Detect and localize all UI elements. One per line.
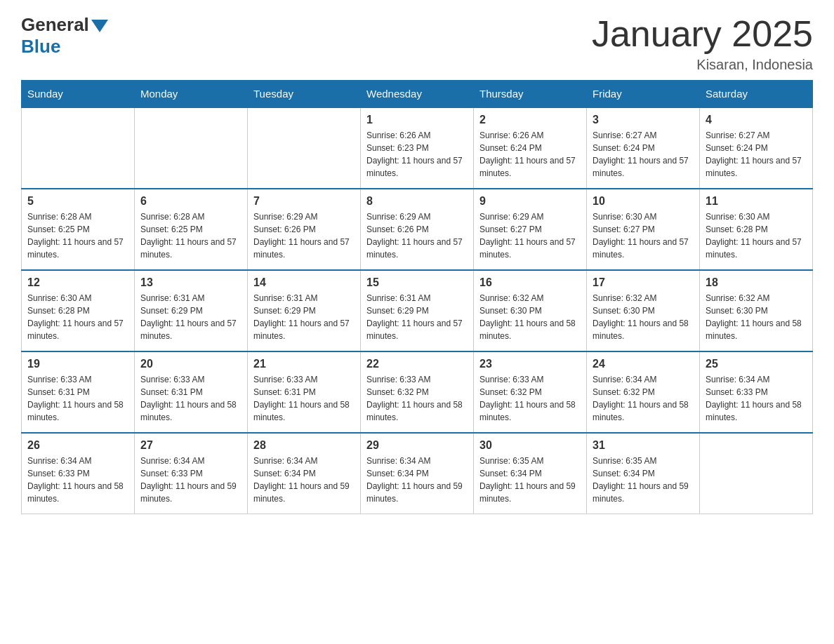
day-info: Sunrise: 6:32 AMSunset: 6:30 PMDaylight:… <box>706 292 807 342</box>
day-info: Sunrise: 6:34 AMSunset: 6:32 PMDaylight:… <box>593 373 694 424</box>
calendar-cell: 10Sunrise: 6:30 AMSunset: 6:27 PMDayligh… <box>587 189 700 270</box>
day-number: 23 <box>479 358 581 370</box>
calendar-cell <box>22 107 135 189</box>
calendar-cell: 12Sunrise: 6:30 AMSunset: 6:28 PMDayligh… <box>22 270 135 351</box>
calendar-cell: 26Sunrise: 6:34 AMSunset: 6:33 PMDayligh… <box>22 433 135 514</box>
calendar-cell: 13Sunrise: 6:31 AMSunset: 6:29 PMDayligh… <box>135 270 248 351</box>
calendar-cell: 29Sunrise: 6:34 AMSunset: 6:34 PMDayligh… <box>361 433 474 514</box>
day-number: 13 <box>140 276 241 289</box>
calendar-table: SundayMondayTuesdayWednesdayThursdayFrid… <box>21 80 813 514</box>
day-info: Sunrise: 6:35 AMSunset: 6:34 PMDaylight:… <box>479 455 581 505</box>
day-info: Sunrise: 6:33 AMSunset: 6:32 PMDaylight:… <box>479 373 581 424</box>
day-number: 28 <box>253 439 355 452</box>
day-number: 2 <box>479 114 581 126</box>
calendar-cell: 8Sunrise: 6:29 AMSunset: 6:26 PMDaylight… <box>361 189 474 270</box>
day-number: 7 <box>253 195 355 208</box>
day-info: Sunrise: 6:34 AMSunset: 6:34 PMDaylight:… <box>253 455 355 505</box>
logo-blue-text: Blue <box>21 36 60 58</box>
day-info: Sunrise: 6:26 AMSunset: 6:23 PMDaylight:… <box>366 129 468 180</box>
day-info: Sunrise: 6:35 AMSunset: 6:34 PMDaylight:… <box>593 455 694 505</box>
logo-blue-part <box>89 20 108 31</box>
day-info: Sunrise: 6:34 AMSunset: 6:33 PMDaylight:… <box>706 373 807 424</box>
day-number: 27 <box>140 439 241 452</box>
day-info: Sunrise: 6:32 AMSunset: 6:30 PMDaylight:… <box>593 292 694 342</box>
day-info: Sunrise: 6:29 AMSunset: 6:27 PMDaylight:… <box>479 210 581 261</box>
calendar-cell: 23Sunrise: 6:33 AMSunset: 6:32 PMDayligh… <box>474 351 587 433</box>
day-number: 20 <box>140 358 241 370</box>
day-number: 16 <box>479 276 581 289</box>
day-info: Sunrise: 6:26 AMSunset: 6:24 PMDaylight:… <box>479 129 581 180</box>
day-info: Sunrise: 6:28 AMSunset: 6:25 PMDaylight:… <box>140 210 241 261</box>
day-info: Sunrise: 6:27 AMSunset: 6:24 PMDaylight:… <box>593 129 694 180</box>
day-info: Sunrise: 6:33 AMSunset: 6:31 PMDaylight:… <box>140 373 241 424</box>
calendar-cell: 25Sunrise: 6:34 AMSunset: 6:33 PMDayligh… <box>700 351 813 433</box>
calendar-week-row: 1Sunrise: 6:26 AMSunset: 6:23 PMDaylight… <box>22 107 813 189</box>
day-number: 6 <box>140 195 241 208</box>
day-number: 24 <box>593 358 694 370</box>
day-number: 9 <box>479 195 581 208</box>
day-number: 12 <box>27 276 128 289</box>
weekday-header-row: SundayMondayTuesdayWednesdayThursdayFrid… <box>22 81 813 108</box>
title-block: January 2025 Kisaran, Indonesia <box>592 14 813 73</box>
weekday-header-sunday: Sunday <box>22 81 135 108</box>
calendar-cell: 2Sunrise: 6:26 AMSunset: 6:24 PMDaylight… <box>474 107 587 189</box>
day-number: 4 <box>706 114 807 126</box>
weekday-header-saturday: Saturday <box>700 81 813 108</box>
calendar-week-row: 12Sunrise: 6:30 AMSunset: 6:28 PMDayligh… <box>22 270 813 351</box>
calendar-cell: 21Sunrise: 6:33 AMSunset: 6:31 PMDayligh… <box>248 351 361 433</box>
logo-general-text: General <box>21 14 89 36</box>
calendar-cell: 6Sunrise: 6:28 AMSunset: 6:25 PMDaylight… <box>135 189 248 270</box>
day-number: 21 <box>253 358 355 370</box>
calendar-cell: 30Sunrise: 6:35 AMSunset: 6:34 PMDayligh… <box>474 433 587 514</box>
day-info: Sunrise: 6:28 AMSunset: 6:25 PMDaylight:… <box>27 210 128 261</box>
calendar-cell: 11Sunrise: 6:30 AMSunset: 6:28 PMDayligh… <box>700 189 813 270</box>
day-info: Sunrise: 6:31 AMSunset: 6:29 PMDaylight:… <box>253 292 355 342</box>
calendar-cell: 28Sunrise: 6:34 AMSunset: 6:34 PMDayligh… <box>248 433 361 514</box>
day-info: Sunrise: 6:33 AMSunset: 6:31 PMDaylight:… <box>253 373 355 424</box>
day-info: Sunrise: 6:30 AMSunset: 6:28 PMDaylight:… <box>706 210 807 261</box>
day-number: 10 <box>593 195 694 208</box>
day-number: 1 <box>366 114 468 126</box>
day-info: Sunrise: 6:31 AMSunset: 6:29 PMDaylight:… <box>366 292 468 342</box>
calendar-cell: 27Sunrise: 6:34 AMSunset: 6:33 PMDayligh… <box>135 433 248 514</box>
day-number: 15 <box>366 276 468 289</box>
day-number: 8 <box>366 195 468 208</box>
calendar-cell: 3Sunrise: 6:27 AMSunset: 6:24 PMDaylight… <box>587 107 700 189</box>
logo-triangle-icon <box>91 20 108 32</box>
weekday-header-friday: Friday <box>587 81 700 108</box>
logo: General Blue <box>21 14 108 58</box>
calendar-cell: 15Sunrise: 6:31 AMSunset: 6:29 PMDayligh… <box>361 270 474 351</box>
day-info: Sunrise: 6:32 AMSunset: 6:30 PMDaylight:… <box>479 292 581 342</box>
weekday-header-tuesday: Tuesday <box>248 81 361 108</box>
calendar-cell: 19Sunrise: 6:33 AMSunset: 6:31 PMDayligh… <box>22 351 135 433</box>
calendar-week-row: 19Sunrise: 6:33 AMSunset: 6:31 PMDayligh… <box>22 351 813 433</box>
weekday-header-wednesday: Wednesday <box>361 81 474 108</box>
day-info: Sunrise: 6:34 AMSunset: 6:33 PMDaylight:… <box>27 455 128 505</box>
calendar-cell: 18Sunrise: 6:32 AMSunset: 6:30 PMDayligh… <box>700 270 813 351</box>
calendar-cell: 20Sunrise: 6:33 AMSunset: 6:31 PMDayligh… <box>135 351 248 433</box>
day-info: Sunrise: 6:27 AMSunset: 6:24 PMDaylight:… <box>706 129 807 180</box>
day-number: 30 <box>479 439 581 452</box>
day-number: 31 <box>593 439 694 452</box>
calendar-week-row: 5Sunrise: 6:28 AMSunset: 6:25 PMDaylight… <box>22 189 813 270</box>
calendar-cell <box>135 107 248 189</box>
calendar-cell: 17Sunrise: 6:32 AMSunset: 6:30 PMDayligh… <box>587 270 700 351</box>
day-number: 3 <box>593 114 694 126</box>
day-number: 18 <box>706 276 807 289</box>
weekday-header-monday: Monday <box>135 81 248 108</box>
month-title: January 2025 <box>592 14 813 54</box>
day-info: Sunrise: 6:34 AMSunset: 6:33 PMDaylight:… <box>140 455 241 505</box>
day-number: 14 <box>253 276 355 289</box>
day-info: Sunrise: 6:29 AMSunset: 6:26 PMDaylight:… <box>253 210 355 261</box>
day-info: Sunrise: 6:33 AMSunset: 6:32 PMDaylight:… <box>366 373 468 424</box>
day-number: 19 <box>27 358 128 370</box>
day-info: Sunrise: 6:30 AMSunset: 6:28 PMDaylight:… <box>27 292 128 342</box>
calendar-cell: 16Sunrise: 6:32 AMSunset: 6:30 PMDayligh… <box>474 270 587 351</box>
calendar-cell: 22Sunrise: 6:33 AMSunset: 6:32 PMDayligh… <box>361 351 474 433</box>
day-info: Sunrise: 6:29 AMSunset: 6:26 PMDaylight:… <box>366 210 468 261</box>
calendar-cell <box>248 107 361 189</box>
calendar-cell: 4Sunrise: 6:27 AMSunset: 6:24 PMDaylight… <box>700 107 813 189</box>
calendar-cell: 1Sunrise: 6:26 AMSunset: 6:23 PMDaylight… <box>361 107 474 189</box>
page-header: General Blue January 2025 Kisaran, Indon… <box>21 14 813 73</box>
calendar-cell: 31Sunrise: 6:35 AMSunset: 6:34 PMDayligh… <box>587 433 700 514</box>
